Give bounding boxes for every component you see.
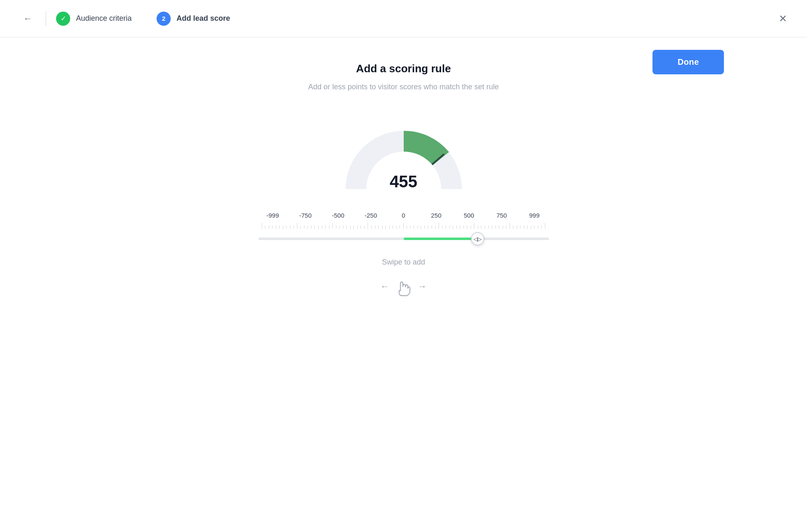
hand-swipe-icon — [394, 275, 414, 298]
step1-circle: ✓ — [56, 12, 70, 26]
slider-thumb-arrows-icon: ◁▷ — [473, 236, 482, 242]
done-button[interactable]: Done — [652, 50, 724, 74]
slider-label-6: 500 — [454, 212, 483, 219]
gauge-value: 455 — [390, 172, 417, 191]
header: ← ✓ Audience criteria 2 Add lead score ✕ — [0, 0, 807, 37]
slider-section: -999 -750 -500 -250 0 250 500 750 999 — [258, 212, 549, 246]
header-left: ← ✓ Audience criteria 2 Add lead score — [20, 10, 230, 27]
left-arrow-icon: ← — [380, 281, 390, 292]
slider-label-7: 750 — [487, 212, 516, 219]
back-arrow-icon: ← — [23, 13, 32, 24]
gauge-wrapper: 455 — [333, 116, 474, 195]
slider-label-3: -250 — [356, 212, 385, 219]
step2-number: 2 — [162, 15, 165, 22]
slider-track-fill — [404, 238, 478, 240]
swipe-icon-wrapper: ← → — [380, 275, 427, 298]
header-divider — [46, 11, 46, 26]
close-button[interactable]: ✕ — [779, 14, 787, 24]
close-icon: ✕ — [779, 13, 787, 24]
scoring-subtitle: Add or less points to visitor scores who… — [308, 83, 499, 91]
slider-label-0: -999 — [258, 212, 287, 219]
step2-item: 2 Add lead score — [157, 12, 230, 26]
slider-track-wrapper[interactable]: ◁▷ — [258, 231, 549, 246]
slider-labels: -999 -750 -500 -250 0 250 500 750 999 — [258, 212, 549, 219]
tick-row — [258, 221, 549, 229]
slider-label-8: 999 — [520, 212, 549, 219]
back-button[interactable]: ← — [20, 10, 36, 27]
scoring-title: Add a scoring rule — [356, 62, 451, 75]
content-center: Add a scoring rule Add or less points to… — [0, 62, 807, 298]
step2-label: Add lead score — [177, 14, 230, 23]
slider-label-5: 250 — [422, 212, 451, 219]
checkmark-icon: ✓ — [61, 15, 66, 22]
swipe-instruction: Swipe to add — [382, 258, 425, 267]
slider-thumb[interactable]: ◁▷ — [471, 232, 484, 245]
right-arrow-icon: → — [418, 281, 427, 292]
step1-label: Audience criteria — [76, 14, 132, 23]
slider-track-bg: ◁▷ — [258, 238, 549, 240]
main-content: Done Add a scoring rule Add or less poin… — [0, 37, 807, 298]
slider-label-4: 0 — [389, 212, 418, 219]
slider-label-2: -500 — [324, 212, 353, 219]
step1-item: ✓ Audience criteria — [56, 12, 132, 26]
slider-label-1: -750 — [291, 212, 320, 219]
done-button-wrapper: Done — [652, 50, 724, 74]
step2-circle: 2 — [157, 12, 171, 26]
tick-marks — [262, 223, 546, 229]
